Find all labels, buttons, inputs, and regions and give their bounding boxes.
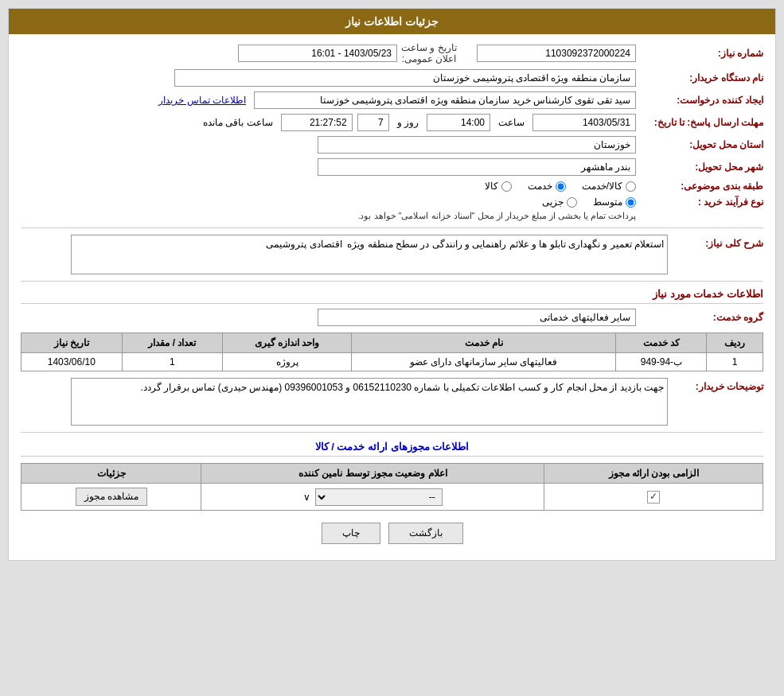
category-radio-kala-khadamat[interactable]: کالا/خدمت (582, 181, 636, 192)
services-table: ردیف کد خدمت نام خدمت واحد اندازه گیری ت… (21, 332, 763, 371)
city-label: شهر محل تحویل: (636, 161, 763, 173)
col-need-date: تاریخ نیاز (21, 333, 123, 353)
back-button[interactable]: بازگشت (388, 523, 463, 544)
page-header: جزئیات اطلاعات نیاز (9, 9, 775, 34)
buyer-notes-textarea[interactable]: جهت بازدید از محل انجام کار و کسب اطلاعا… (71, 378, 668, 426)
contact-info-link[interactable]: اطلاعات تماس خریدار (158, 95, 246, 106)
cell-row-number: 1 (707, 353, 763, 371)
view-permit-button[interactable]: مشاهده مجوز (76, 488, 147, 506)
buyer-notes-label: توضیحات خریدار: (668, 378, 763, 392)
permits-table: الزامی بودن ارائه مجوز اعلام وضعیت مجوز … (21, 463, 763, 511)
buyer-org-input (174, 69, 636, 87)
process-radio-jozi[interactable]: جزیی (542, 196, 577, 208)
services-section: ردیف کد خدمت نام خدمت واحد اندازه گیری ت… (21, 332, 763, 371)
permits-col-required: الزامی بودن ارائه مجوز (544, 464, 763, 484)
permits-cell-required (544, 484, 763, 511)
need-number-label: شماره نیاز: (636, 48, 763, 59)
buyer-org-label: نام دستگاه خریدار: (636, 72, 763, 84)
process-type-label: نوع فرآیند خرید : (636, 196, 763, 208)
print-button[interactable]: چاپ (322, 523, 380, 544)
announce-date-input (238, 45, 397, 62)
cell-service-name: فعالیتهای سایر سازمانهای دارای عضو (352, 353, 616, 371)
service-group-label: گروه خدمت: (636, 312, 763, 323)
permits-row: -- ∨ مشاهده مجوز (21, 484, 763, 511)
col-unit: واحد اندازه گیری (223, 333, 352, 353)
permits-col-details: جزئیات (21, 464, 201, 484)
cell-service-code: ب-94-949 (616, 353, 707, 371)
city-input (318, 158, 636, 176)
deadline-remaining-input (281, 114, 353, 131)
need-description-textarea[interactable]: استعلام تعمیر و نگهداری تابلو ها و علائم… (71, 235, 668, 274)
process-note: پرداخت تمام یا بخشی از مبلغ خریدار از مح… (357, 211, 636, 221)
col-service-code: کد خدمت (616, 333, 707, 353)
permits-cell-status: -- ∨ (201, 484, 544, 511)
col-quantity: تعداد / مقدار (122, 333, 222, 353)
required-checkbox[interactable] (647, 491, 660, 504)
deadline-date-input (532, 114, 636, 131)
col-service-name: نام خدمت (352, 333, 616, 353)
cell-quantity: 1 (122, 353, 222, 371)
col-row-number: ردیف (707, 333, 763, 353)
permits-section-title: اطلاعات مجوزهای ارائه خدمت / کالا (21, 441, 763, 457)
bottom-buttons: بازگشت چاپ (21, 523, 763, 544)
category-radio-kala[interactable]: کالا (485, 181, 512, 192)
remaining-label: ساعت باقی مانده (203, 117, 273, 128)
category-radio-group: کالا/خدمت خدمت کالا (485, 181, 636, 192)
category-radio-khadamat[interactable]: خدمت (528, 181, 566, 192)
need-desc-section-title: شرح کلی نیاز: (668, 235, 763, 249)
need-number-input[interactable] (477, 45, 636, 62)
announce-date-label: تاریخ و ساعت اعلان عمومی: (397, 42, 461, 64)
status-select[interactable]: -- (315, 488, 443, 506)
table-row: 1 ب-94-949 فعالیتهای سایر سازمانهای دارا… (21, 353, 763, 371)
cell-need-date: 1403/06/10 (21, 353, 123, 371)
requester-input (254, 91, 636, 109)
days-label: روز و (397, 117, 419, 128)
deadline-label: مهلت ارسال پاسخ: تا تاریخ: (636, 117, 763, 128)
process-radio-motavasset[interactable]: متوسط (593, 196, 636, 208)
province-input (318, 136, 636, 154)
page-title: جزئیات اطلاعات نیاز (345, 15, 439, 28)
cell-unit: پروژه (223, 353, 352, 371)
requester-label: ایجاد کننده درخواست: (636, 95, 763, 106)
buyer-notes-section: توضیحات خریدار: جهت بازدید از محل انجام … (21, 378, 763, 426)
service-group-input (318, 309, 636, 326)
permits-col-status: اعلام وضعیت مجوز توسط نامین کننده (201, 464, 544, 484)
permits-cell-details: مشاهده مجوز (21, 484, 201, 511)
services-section-title: اطلاعات خدمات مورد نیاز (21, 288, 763, 304)
province-label: استان محل تحویل: (636, 139, 763, 150)
deadline-days-input (357, 114, 389, 131)
category-label: طبقه بندی موضوعی: (636, 181, 763, 192)
deadline-time-input (427, 114, 490, 131)
time-label: ساعت (498, 117, 525, 128)
